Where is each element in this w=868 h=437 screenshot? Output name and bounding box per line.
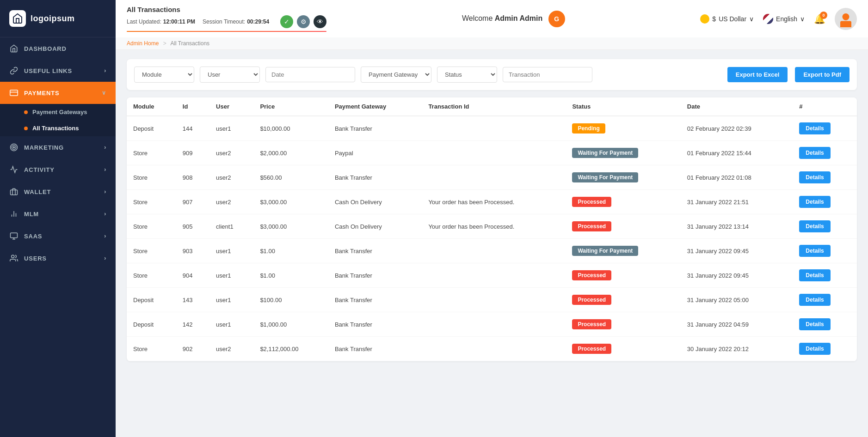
status-badge: Processed bbox=[572, 221, 611, 231]
svg-point-14 bbox=[842, 13, 849, 20]
sidebar-item-all-transactions[interactable]: All Transactions bbox=[0, 120, 116, 136]
cell-transaction-id: Your order has been Processed. bbox=[422, 190, 566, 214]
sidebar-item-payment-gateways[interactable]: Payment Gateways bbox=[0, 104, 116, 120]
cell-action[interactable]: Details bbox=[793, 263, 857, 288]
transaction-filter[interactable] bbox=[503, 67, 592, 82]
details-button[interactable]: Details bbox=[799, 294, 830, 306]
cell-status: Waiting For Payment bbox=[566, 165, 680, 190]
cell-date: 02 February 2022 02:39 bbox=[681, 116, 793, 141]
gear-icon-btn[interactable]: ⚙ bbox=[297, 15, 310, 28]
cell-module: Store bbox=[127, 263, 176, 288]
cell-module: Store bbox=[127, 239, 176, 263]
details-button[interactable]: Details bbox=[799, 343, 830, 355]
eye-icon-btn[interactable]: 👁 bbox=[314, 15, 326, 28]
cell-action[interactable]: Details bbox=[793, 141, 857, 165]
mlm-icon bbox=[9, 209, 18, 218]
cell-action[interactable]: Details bbox=[793, 214, 857, 239]
cell-id: 908 bbox=[176, 165, 209, 190]
sidebar-item-mlm[interactable]: MLM › bbox=[0, 203, 116, 225]
cell-action[interactable]: Details bbox=[793, 239, 857, 263]
svg-point-4 bbox=[13, 147, 15, 148]
cell-date: 31 January 2022 13:14 bbox=[681, 214, 793, 239]
cell-status: Processed bbox=[566, 263, 680, 288]
notification-button[interactable]: 🔔 0 bbox=[814, 13, 825, 24]
details-button[interactable]: Details bbox=[799, 196, 830, 208]
target-icon bbox=[9, 143, 18, 152]
table-row: Store 908 user2 $560.00 Bank Transfer Wa… bbox=[127, 165, 857, 190]
cell-price: $2,000.00 bbox=[253, 141, 328, 165]
cell-module: Deposit bbox=[127, 116, 176, 141]
cell-price: $560.00 bbox=[253, 165, 328, 190]
cell-price: $1.00 bbox=[253, 239, 328, 263]
cell-price: $10,000.00 bbox=[253, 116, 328, 141]
language-selector[interactable]: English ∨ bbox=[763, 14, 805, 24]
module-filter[interactable]: Module bbox=[134, 67, 194, 83]
date-filter[interactable] bbox=[265, 67, 355, 82]
cell-gateway: Bank Transfer bbox=[328, 116, 422, 141]
cell-gateway: Bank Transfer bbox=[328, 239, 422, 263]
chevron-right-icon: › bbox=[104, 233, 106, 239]
col-status: Status bbox=[566, 97, 680, 116]
last-updated-label: Last Updated: bbox=[127, 18, 161, 25]
last-updated-value: 12:00:11 PM bbox=[163, 18, 195, 25]
sidebar-item-payments[interactable]: PAYMENTS ∨ bbox=[0, 82, 116, 104]
sidebar-item-dashboard[interactable]: DASHBOARD bbox=[0, 37, 116, 60]
cell-status: Processed bbox=[566, 214, 680, 239]
sidebar-item-wallet[interactable]: WALLET › bbox=[0, 181, 116, 203]
cell-module: Store bbox=[127, 337, 176, 361]
details-button[interactable]: Details bbox=[799, 318, 830, 330]
export-excel-button[interactable]: Export to Excel bbox=[727, 67, 788, 82]
check-icon-btn[interactable]: ✓ bbox=[280, 15, 293, 28]
cell-transaction-id bbox=[422, 165, 566, 190]
cell-price: $1,000.00 bbox=[253, 312, 328, 337]
wallet-icon bbox=[9, 187, 18, 196]
cell-action[interactable]: Details bbox=[793, 312, 857, 337]
main-content: All Transactions Last Updated: 12:00:11 … bbox=[116, 0, 868, 437]
details-button[interactable]: Details bbox=[799, 122, 830, 134]
table-row: Store 907 user2 $3,000.00 Cash On Delive… bbox=[127, 190, 857, 214]
details-button[interactable]: Details bbox=[799, 269, 830, 281]
cell-action[interactable]: Details bbox=[793, 288, 857, 312]
export-pdf-button[interactable]: Export to Pdf bbox=[795, 67, 850, 82]
cell-action[interactable]: Details bbox=[793, 116, 857, 141]
content-area: Module User Payment Gateway Status Expor… bbox=[116, 50, 868, 437]
currency-selector[interactable]: $ US Dollar ∨ bbox=[700, 14, 754, 24]
breadcrumb-home[interactable]: Admin Home bbox=[127, 40, 159, 47]
user-filter[interactable]: User bbox=[200, 67, 260, 83]
cell-user: user1 bbox=[209, 263, 253, 288]
details-button[interactable]: Details bbox=[799, 245, 830, 257]
status-filter[interactable]: Status bbox=[437, 67, 497, 83]
status-badge: Waiting For Payment bbox=[572, 148, 638, 158]
details-button[interactable]: Details bbox=[799, 171, 830, 183]
chevron-right-icon: › bbox=[104, 255, 106, 261]
cell-transaction-id bbox=[422, 116, 566, 141]
details-button[interactable]: Details bbox=[799, 147, 830, 159]
details-button[interactable]: Details bbox=[799, 220, 830, 232]
cell-user: user1 bbox=[209, 288, 253, 312]
cell-gateway: Paypal bbox=[328, 141, 422, 165]
table-row: Store 903 user1 $1.00 Bank Transfer Wait… bbox=[127, 239, 857, 263]
cell-date: 01 February 2022 15:44 bbox=[681, 141, 793, 165]
sidebar-item-users[interactable]: USERS › bbox=[0, 247, 116, 269]
sidebar-item-useful-links[interactable]: USEFUL LINKS › bbox=[0, 60, 116, 82]
payment-gateway-filter[interactable]: Payment Gateway bbox=[361, 67, 431, 83]
header-underline bbox=[127, 31, 326, 32]
cell-gateway: Bank Transfer bbox=[328, 165, 422, 190]
session-label: Session Timeout: bbox=[203, 18, 245, 25]
meta-icons: ✓ ⚙ 👁 bbox=[280, 15, 326, 28]
sidebar-item-label: WALLET bbox=[24, 188, 51, 195]
sidebar-item-activity[interactable]: ACTIVITY › bbox=[0, 158, 116, 181]
avatar-circle: G bbox=[548, 11, 565, 27]
cell-action[interactable]: Details bbox=[793, 190, 857, 214]
dot-icon bbox=[24, 110, 28, 114]
breadcrumb: Admin Home > All Transactions bbox=[116, 37, 868, 50]
activity-icon bbox=[9, 165, 18, 174]
language-chevron-icon: ∨ bbox=[800, 15, 805, 23]
sidebar-item-marketing[interactable]: MARKETING › bbox=[0, 136, 116, 158]
cell-id: 142 bbox=[176, 312, 209, 337]
cell-action[interactable]: Details bbox=[793, 165, 857, 190]
cell-module: Store bbox=[127, 165, 176, 190]
sidebar-item-saas[interactable]: SAAS › bbox=[0, 225, 116, 247]
cell-action[interactable]: Details bbox=[793, 337, 857, 361]
top-header: All Transactions Last Updated: 12:00:11 … bbox=[116, 0, 868, 37]
